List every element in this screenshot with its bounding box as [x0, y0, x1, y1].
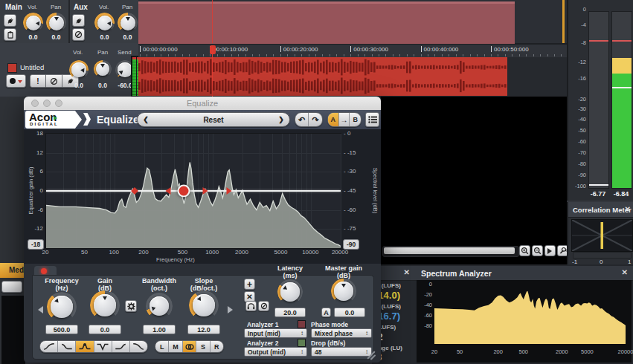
- main-pan-knob[interactable]: [46, 13, 66, 33]
- preset-name[interactable]: Reset: [154, 113, 273, 126]
- bandwidth-value[interactable]: 1.00: [143, 325, 176, 334]
- analyzer1-select[interactable]: Input (mid): [244, 328, 307, 338]
- session-overview-bar[interactable]: [138, 0, 567, 45]
- ruler-minor-tick: [526, 54, 527, 56]
- band-settings-button[interactable]: [125, 300, 137, 312]
- preset-selector[interactable]: ❮ Reset ❯: [137, 112, 290, 127]
- track-header: Untitled ! Vol. Pan Send 0.0 0.0 -60.0: [0, 43, 138, 98]
- eq-right-axis-title: Spectral level (dB): [372, 161, 379, 221]
- ab-copy-button[interactable]: →: [339, 113, 350, 126]
- eq-band-handle-840hz[interactable]: [203, 187, 208, 195]
- gain-value[interactable]: 0.0: [89, 325, 121, 334]
- notch-icon: [96, 342, 109, 351]
- filter-highshelf-button[interactable]: [112, 341, 130, 352]
- filter-lowshelf-button[interactable]: [58, 341, 76, 352]
- main-volume-knob[interactable]: [23, 13, 43, 33]
- close-icon[interactable]: ✕: [625, 205, 631, 213]
- brand-sub: DIGITAL: [30, 122, 59, 126]
- correlation-header[interactable]: Correlation Meter ✕: [568, 202, 633, 218]
- main-clipboard-button[interactable]: [4, 28, 16, 41]
- ab-b-button[interactable]: B: [350, 113, 361, 126]
- timeline-ruler[interactable]: 00:00:00:00000:00:10:00000:00:20:00000:0…: [138, 45, 567, 58]
- main-insert-plugin-button[interactable]: [4, 14, 16, 27]
- scrollbar-thumb[interactable]: [384, 247, 515, 254]
- zoom-in-button[interactable]: [519, 245, 530, 256]
- freq-value[interactable]: 500.0: [45, 325, 78, 334]
- track-color-swatch[interactable]: [7, 63, 17, 73]
- horizontal-scrollbar[interactable]: [382, 246, 519, 257]
- gain-knob[interactable]: [90, 290, 120, 320]
- undo-button[interactable]: ↶: [295, 113, 309, 126]
- analyzer2-swatch[interactable]: [298, 339, 306, 347]
- aux-bypass-button[interactable]: [72, 28, 85, 41]
- zoom-mode-button[interactable]: [544, 245, 556, 256]
- master-gain-value[interactable]: 0.0: [334, 308, 365, 317]
- preset-prev-button[interactable]: ❮: [138, 113, 154, 126]
- master-auto-button[interactable]: A: [321, 308, 331, 317]
- equalize-plugin-window: Equalize Acon DIGITAL Equalize ❮ Reset ❯…: [24, 97, 381, 363]
- close-icon[interactable]: ✕: [404, 268, 410, 276]
- drop-rate-select[interactable]: 48: [311, 347, 372, 357]
- band-enabled-indicator[interactable]: [41, 268, 47, 274]
- channel-stereo-button[interactable]: [183, 341, 196, 352]
- overview-loop-marker[interactable]: [562, 0, 565, 43]
- aux-insert-plugin-button[interactable]: [72, 14, 85, 27]
- eq-band-handle-500hz[interactable]: [177, 185, 190, 198]
- filter-notch-button[interactable]: [94, 341, 112, 352]
- latency-knob[interactable]: [277, 279, 303, 305]
- close-icon[interactable]: ✕: [622, 268, 628, 276]
- bandwidth-knob[interactable]: [146, 293, 173, 319]
- track-bypass-button[interactable]: [46, 74, 62, 88]
- clipboard-icon: [6, 30, 15, 39]
- eq-x-tick-100: 100: [109, 249, 119, 256]
- eq-right-tick-0: - 0: [344, 130, 362, 137]
- channel-left-button[interactable]: L: [155, 341, 169, 352]
- analyzer2-select[interactable]: Output (mid): [244, 347, 307, 357]
- bypass-plugin-button[interactable]: [258, 301, 269, 311]
- zoom-out-button[interactable]: [532, 245, 543, 256]
- editor-viewport[interactable]: [381, 97, 567, 264]
- latency-value[interactable]: 20.0: [274, 308, 306, 317]
- next-band-button[interactable]: [228, 306, 237, 313]
- playhead-marker[interactable]: [210, 45, 216, 54]
- channel-right-button[interactable]: R: [211, 341, 223, 352]
- channel-mid-button[interactable]: M: [169, 341, 182, 352]
- spectrum-analyzer-header[interactable]: Spectrum Analyzer ✕: [415, 266, 633, 281]
- prev-band-button[interactable]: [34, 306, 43, 313]
- track-pan-knob[interactable]: [94, 60, 112, 78]
- analyzer1-swatch[interactable]: [298, 320, 306, 328]
- dock-toolbar-button[interactable]: [1, 281, 22, 293]
- track-warn-button[interactable]: !: [30, 74, 46, 88]
- aux-pan-knob[interactable]: [118, 13, 138, 33]
- add-band-button[interactable]: +: [244, 279, 255, 290]
- solo-listen-button[interactable]: [245, 301, 257, 311]
- track-name[interactable]: Untitled: [20, 63, 44, 71]
- redo-button[interactable]: ↷: [309, 113, 322, 126]
- slope-knob[interactable]: [189, 290, 219, 320]
- ruler-minor-tick: [533, 54, 534, 56]
- ab-a-button[interactable]: A: [328, 113, 339, 126]
- spectrum-analyzer-chart: [434, 284, 626, 344]
- aux-volume-knob[interactable]: [94, 13, 115, 33]
- channel-side-button[interactable]: S: [196, 341, 210, 352]
- slope-value[interactable]: 12.0: [187, 325, 220, 334]
- track-record-arm-button[interactable]: [6, 74, 26, 88]
- preset-next-button[interactable]: ❯: [273, 113, 289, 126]
- phase-mode-select[interactable]: Mixed phase: [311, 328, 372, 338]
- eq-plot[interactable]: [45, 133, 341, 249]
- window-titlebar[interactable]: Equalize: [24, 97, 381, 111]
- meter-rms-line-left: [589, 184, 608, 186]
- filter-highpass-button[interactable]: [40, 341, 58, 352]
- eq-band-handle-350hz[interactable]: [166, 187, 171, 195]
- filter-lowpass-button[interactable]: [130, 341, 147, 352]
- master-gain-knob[interactable]: [331, 279, 356, 304]
- preset-menu-button[interactable]: [365, 112, 379, 127]
- audio-clip[interactable]: [138, 57, 507, 96]
- eq-band-handle-1460hz[interactable]: [226, 187, 231, 195]
- overview-audio-region[interactable]: [138, 1, 515, 44]
- freq-knob[interactable]: [47, 292, 77, 322]
- ruler-minor-tick: [224, 54, 225, 56]
- ruler-minor-tick: [210, 54, 211, 56]
- track-volume-knob[interactable]: [69, 60, 89, 79]
- filter-peak-button[interactable]: [76, 341, 94, 352]
